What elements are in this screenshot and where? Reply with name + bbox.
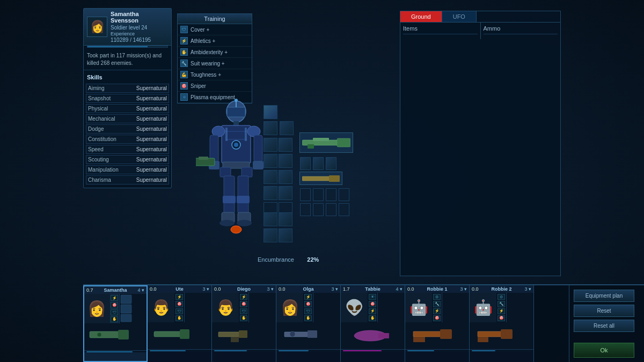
sec-ammo-5[interactable]: [300, 203, 311, 216]
svg-rect-4: [233, 121, 239, 125]
torso-slot-1[interactable]: [264, 138, 277, 152]
leg-slot-1[interactable]: [264, 212, 277, 226]
training-item-cover[interactable]: 🛡 Cover +: [178, 24, 252, 35]
robbie1-header: 0.0 Robbie 1 3 ▾: [405, 285, 469, 293]
svg-rect-1: [227, 107, 245, 117]
shoulder-slot-2[interactable]: [280, 121, 294, 135]
olga-weapons: [276, 322, 340, 349]
ute-portrait: 👨: [148, 293, 174, 322]
samantha-morale: 0.7: [86, 287, 93, 293]
leg-slot-4[interactable]: [279, 228, 292, 242]
training-item-toughness[interactable]: 💪 Toughness +: [178, 69, 252, 80]
torso-slot-3[interactable]: [264, 154, 277, 168]
shoulder-slot-1[interactable]: [264, 121, 277, 135]
weapon-svg: [302, 135, 350, 151]
torso-slot-5[interactable]: [264, 170, 277, 184]
sec-ammo-8[interactable]: [339, 203, 349, 216]
svg-rect-36: [308, 144, 314, 149]
robbie2-icon-1: ⚙: [497, 294, 505, 300]
skill-row: Constitution Supernatural: [86, 135, 169, 144]
ammo-header: Ammo: [484, 25, 558, 34]
torso-slot-7[interactable]: [264, 186, 277, 200]
character-bio: Took part in 117 mission(s) and killed 2…: [84, 49, 171, 70]
skill-row: Aiming Supernatural: [86, 84, 169, 93]
svg-rect-41: [121, 314, 131, 322]
torso-slot-4[interactable]: [279, 154, 292, 168]
samantha-level: 4 ▾: [137, 287, 144, 293]
equipment-plan-button[interactable]: Equipment plan: [574, 290, 634, 302]
sec-ammo-4[interactable]: [339, 188, 349, 201]
items-column: Items: [400, 23, 481, 39]
diego-level: 3 ▾: [267, 286, 274, 292]
main-weapon-slot[interactable]: [299, 132, 353, 153]
reset-all-button[interactable]: Reset all: [574, 320, 634, 332]
helmet-slot[interactable]: [264, 105, 277, 119]
svg-rect-60: [478, 337, 488, 342]
training-item-ambidexterity[interactable]: ✋ Ambidexterity +: [178, 47, 252, 58]
reset-button[interactable]: Reset: [574, 305, 634, 317]
ammo-slot-3[interactable]: [326, 157, 336, 170]
tab-ground[interactable]: Ground: [400, 11, 442, 22]
leg-slot-2[interactable]: [279, 212, 292, 226]
skill-row-mechanical: Mechanical Supernatural: [86, 114, 169, 123]
svg-point-52: [290, 331, 295, 337]
character-name-section: Samantha Svensson Soldier level 24 Exper…: [111, 11, 168, 43]
torso-slots-area: [263, 137, 292, 217]
tab-ufo[interactable]: UFO: [442, 11, 477, 22]
sec-ammo-2[interactable]: [313, 188, 324, 201]
leg-slot-3[interactable]: [264, 228, 277, 242]
ute-icon-1: ⚡: [175, 294, 183, 300]
training-item-sniper[interactable]: 🎯 Sniper: [178, 80, 252, 92]
soldier-card-ute[interactable]: 0.0 Ute 3 ▾ 👨 ⚡ 🎯 🛡 ✋: [148, 285, 212, 362]
soldier-card-olga[interactable]: 0.0 Olga 3 ▾ 👩 ⚡ 🎯 🛡 ✋: [276, 285, 341, 362]
diego-name: Diego: [237, 286, 251, 292]
robbie2-icons: ⚙ 🔧 ⚡ 🎯: [496, 293, 506, 322]
soldier-card-robbie1[interactable]: 0.0 Robbie 1 3 ▾ 🤖 ⚙ 🔧 ⚡ 🎯: [405, 285, 470, 362]
soldier-card-tabbie[interactable]: 1.7 Tabbie 4 ▾ 👽 👁 🎯 ⚡ ✋: [341, 285, 405, 362]
tabbie-weapon-svg: [346, 325, 400, 346]
ammo-slot-2[interactable]: [313, 157, 324, 170]
robbie2-morale: 0.0: [472, 286, 479, 292]
samantha-header: 0.7 Samantha 4 ▾: [84, 286, 147, 294]
ute-weapons: [148, 322, 211, 349]
svg-rect-51: [308, 330, 317, 338]
ammo-slot-1[interactable]: [300, 157, 311, 170]
svg-rect-56: [440, 329, 452, 339]
svg-rect-34: [337, 138, 350, 147]
robbie2-name: Robbie 2: [491, 286, 511, 292]
training-item-athletics[interactable]: ⚡ Athletics +: [178, 35, 252, 47]
tabbie-portrait: 👽: [341, 293, 368, 322]
training-item-suit-wearing[interactable]: 🔧 Suit wearing +: [178, 58, 252, 69]
secondary-weapon-slot[interactable]: [299, 172, 342, 185]
soldier-card-robbie2[interactable]: 0.0 Robbie 2 3 ▾ 🤖 ⚙ 🔧 ⚡ 🎯: [470, 285, 534, 362]
torso-slot-8[interactable]: [279, 186, 292, 200]
robbie1-morale: 0.0: [407, 286, 414, 292]
torso-slot-2[interactable]: [279, 138, 292, 152]
skills-section: Skills Aiming Supernatural Snapshot Supe…: [84, 70, 171, 188]
tabbie-icon-3: ⚡: [369, 308, 376, 314]
soldier-card-samantha[interactable]: 0.7 Samantha 4 ▾ 👩 ⚡ 🎯 🛡 ✋: [83, 285, 148, 362]
sec-ammo-1[interactable]: [300, 188, 311, 201]
ok-button[interactable]: Ok: [574, 343, 634, 358]
robbie2-icon-2: 🔧: [497, 301, 505, 307]
svg-rect-13: [254, 135, 262, 162]
sec-ammo-6[interactable]: [313, 203, 324, 216]
samantha-icons: ⚡ 🎯 🛡 ✋: [109, 294, 119, 323]
samantha-weapons: [84, 323, 147, 350]
olga-icons: ⚡ 🎯 🛡 ✋: [303, 293, 313, 322]
sec-ammo-7[interactable]: [326, 203, 336, 216]
svg-rect-59: [501, 329, 513, 339]
ute-header: 0.0 Ute 3 ▾: [148, 285, 211, 293]
soldiers-bar: 0.7 Samantha 4 ▾ 👩 ⚡ 🎯 🛡 ✋: [83, 284, 644, 362]
diego-weapon-svg: [217, 325, 271, 346]
robbie2-weapon-svg: [475, 325, 529, 346]
svg-rect-23: [238, 176, 248, 213]
exp-bar-container: [84, 46, 171, 49]
robbie1-icon-4: 🎯: [433, 315, 441, 321]
svg-point-29: [237, 220, 252, 226]
sec-ammo-3[interactable]: [326, 188, 336, 201]
soldier-card-diego[interactable]: 0.0 Diego 3 ▾ 👨 ⚡ 🎯 🛡 ✋: [212, 285, 276, 362]
ammo-column: Ammo: [481, 23, 561, 39]
torso-slot-6[interactable]: [279, 170, 292, 184]
robbie1-icon-3: ⚡: [433, 308, 441, 314]
